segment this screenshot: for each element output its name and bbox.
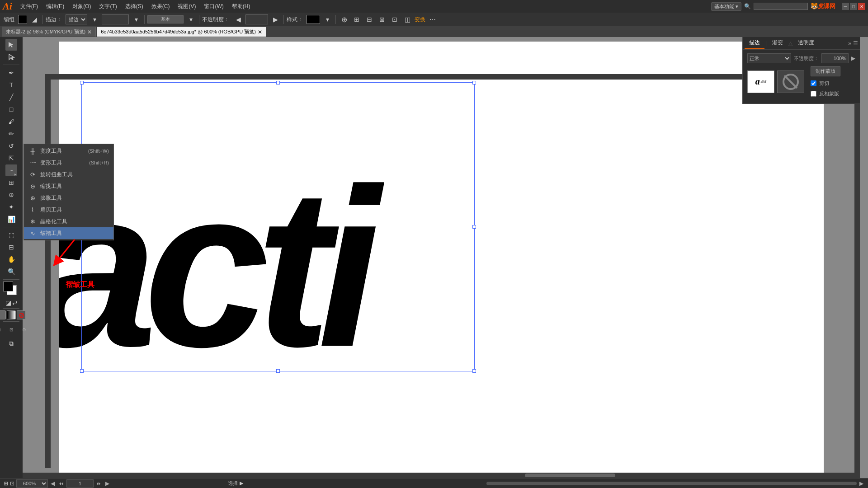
swap-colors-btn[interactable]: ⇄ <box>12 299 18 306</box>
menu-help[interactable]: 帮助(H) <box>228 2 254 11</box>
fill-icon-btn[interactable]: ◢ <box>29 14 40 25</box>
status-play-btn[interactable]: ▶ <box>240 480 243 486</box>
stroke-style-arrow[interactable]: ▾ <box>185 14 196 25</box>
status-arrow-right[interactable]: ▶ <box>859 480 864 487</box>
stroke-select[interactable]: 描边 <box>66 14 87 24</box>
stroke-value-arrow[interactable]: ▾ <box>131 14 142 25</box>
opacity-input[interactable]: 100% <box>245 14 268 24</box>
arrange-icon-btn[interactable]: ⊡ <box>389 14 400 25</box>
opacity-prop-input[interactable]: 100% <box>821 53 849 63</box>
invert-checkbox[interactable] <box>811 91 816 97</box>
extra-btn-2[interactable]: ⊡ <box>5 324 17 335</box>
none-btn[interactable]: ⊘ <box>17 310 26 319</box>
style-arrow-btn[interactable]: ▾ <box>322 14 333 25</box>
default-colors-btn[interactable]: ◪ <box>5 299 11 306</box>
minimize-button[interactable]: ─ <box>842 3 849 10</box>
canvas-inner: acti <box>59 42 824 474</box>
scale-tool-btn[interactable]: ⇱ <box>5 152 17 164</box>
tab-0-close[interactable]: ✕ <box>87 29 92 35</box>
crystallize-tool-item[interactable]: ❄ 晶格化工具 <box>24 216 113 227</box>
page-first-btn[interactable]: ⏮ <box>57 480 65 487</box>
opacity-decrease-btn[interactable]: ◀ <box>233 14 244 25</box>
hand-btn[interactable]: ✋ <box>5 253 17 265</box>
tab-1-close[interactable]: ✕ <box>258 29 262 35</box>
h-scrollbar[interactable] <box>23 473 860 478</box>
pencil-tool-btn[interactable]: ✏ <box>5 128 17 140</box>
zoom-select[interactable]: 600% <box>16 479 48 488</box>
style-swatch[interactable] <box>307 15 320 24</box>
menu-edit[interactable]: 编辑(E) <box>42 2 68 11</box>
stroke-value-input[interactable] <box>102 14 129 24</box>
clip-checkbox[interactable] <box>811 80 816 86</box>
status-icon-1[interactable]: ⊞ <box>4 480 8 487</box>
prop-panel-arrow[interactable]: » <box>848 40 851 47</box>
fg-swatch[interactable] <box>3 282 13 291</box>
twirl-tool-item[interactable]: ⟳ 旋转扭曲工具 <box>24 169 113 180</box>
prop-tab-transparency[interactable]: 透明度 <box>793 37 819 49</box>
pen-tool-btn[interactable]: ✒ <box>5 67 17 79</box>
extra-btn-1[interactable]: ⊞ <box>0 324 5 335</box>
distribute-icon-btn[interactable]: ⊟ <box>364 14 375 25</box>
scallop-tool-item[interactable]: ⌇ 扇贝工具 <box>24 204 113 216</box>
line-tool-btn[interactable]: ╱ <box>5 91 17 103</box>
zoom-btn[interactable]: 🔍 <box>5 266 17 277</box>
page-prev-btn[interactable]: ◀ <box>50 480 56 487</box>
free-transform-btn[interactable]: ⊞ <box>5 177 17 188</box>
menu-file[interactable]: 文件(F) <box>17 2 42 11</box>
canvas-area[interactable]: acti <box>23 37 860 478</box>
extra-btn-3[interactable]: ⊙ <box>18 324 30 335</box>
page-last-btn[interactable]: ⏭ <box>95 480 103 487</box>
paintbrush-tool-btn[interactable]: 🖌 <box>5 116 17 127</box>
page-next-btn[interactable]: ▶ <box>104 480 110 487</box>
transform-icon-btn[interactable]: 变换 <box>415 14 425 25</box>
shape-builder-btn[interactable]: ⊕ <box>5 189 17 201</box>
stroke-arrow-btn[interactable]: ▾ <box>89 14 100 25</box>
solid-color-btn[interactable] <box>0 310 6 319</box>
bloat-tool-item[interactable]: ⊕ 膨胀工具 <box>24 192 113 204</box>
menu-object[interactable]: 对象(O) <box>69 2 94 11</box>
menu-view[interactable]: 视图(V) <box>174 2 199 11</box>
slice-btn[interactable]: ⊟ <box>5 241 17 253</box>
wrinkle-tool-item[interactable]: ∿ 皱褶工具 <box>24 227 113 239</box>
h-scrollbar-thumb[interactable] <box>525 474 615 477</box>
width-tool-item[interactable]: ╫ 宽度工具 (Shift+W) <box>24 145 113 157</box>
basic-function-btn[interactable]: 基本功能 ▾ <box>711 2 741 11</box>
prop-tab-gradient[interactable]: 渐变 <box>768 37 788 49</box>
artboard-btn[interactable]: ⬚ <box>5 229 17 241</box>
menu-window[interactable]: 窗口(W) <box>200 2 227 11</box>
more-btn[interactable]: ⋯ <box>427 14 438 25</box>
column-graph-btn[interactable]: 📊 <box>5 213 17 225</box>
tab-0[interactable]: 未标题-2 @ 98% (CMYK/GPU 预览) ✕ <box>2 27 96 37</box>
menu-effect[interactable]: 效果(C) <box>148 2 174 11</box>
fill-swatch[interactable] <box>18 15 27 24</box>
symbol-btn[interactable]: ✦ <box>5 201 17 213</box>
prop-panel-menu[interactable]: ☰ <box>853 40 858 47</box>
menu-text[interactable]: 文字(T) <box>95 2 120 11</box>
blend-mode-select[interactable]: 正常 <box>747 53 791 63</box>
prop-tab-stroke[interactable]: 描边 <box>745 37 764 49</box>
selection-tool-btn[interactable] <box>5 39 17 51</box>
make-mask-button[interactable]: 制作蒙版 <box>811 66 840 76</box>
rect-tool-btn[interactable]: □ <box>5 103 17 115</box>
search-input[interactable] <box>754 3 808 10</box>
center-icon-btn[interactable]: ⊕ <box>339 14 349 25</box>
maximize-button[interactable]: □ <box>850 3 857 10</box>
page-number-input[interactable]: 1 <box>66 479 94 488</box>
opacity-increase-btn[interactable]: ▶ <box>270 14 281 25</box>
type-tool-btn[interactable]: T <box>5 79 17 91</box>
rotate-tool-btn[interactable]: ↺ <box>5 140 17 152</box>
warp-tool-btn[interactable]: ~ ▶ <box>5 164 17 176</box>
layers-panel-btn[interactable]: ⧉ <box>5 338 17 349</box>
opacity-prop-arrow[interactable]: ▶ <box>851 55 855 61</box>
group-icon-btn[interactable]: ◫ <box>402 14 413 25</box>
warp-tool-item[interactable]: 〰 变形工具 (Shift+R) <box>24 157 113 169</box>
close-button[interactable]: ✕ <box>858 3 865 10</box>
status-icon-2[interactable]: ⊡ <box>10 480 14 487</box>
align-icon-btn[interactable]: ⊞ <box>351 14 362 25</box>
path-icon-btn[interactable]: ⊠ <box>377 14 387 25</box>
tab-1[interactable]: 6e74b33e53d0aa5d5256b47d49dc53a.jpg* @ 6… <box>97 27 266 37</box>
pucker-tool-item[interactable]: ⊖ 缩拢工具 <box>24 180 113 192</box>
gradient-btn[interactable] <box>7 310 16 319</box>
direct-selection-tool-btn[interactable] <box>5 51 17 63</box>
menu-select[interactable]: 选择(S) <box>122 2 147 11</box>
